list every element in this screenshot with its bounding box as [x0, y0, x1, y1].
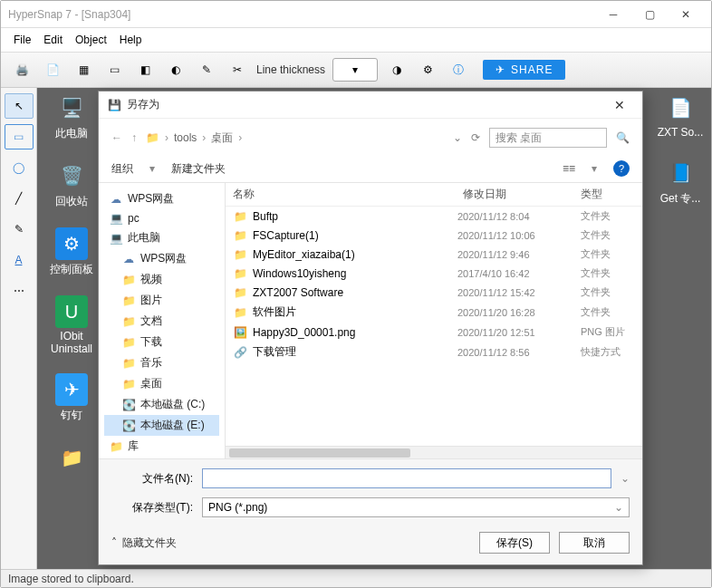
- menu-edit[interactable]: Edit: [43, 34, 63, 46]
- folder-icon: 📁: [122, 378, 135, 390]
- maximize-button[interactable]: ▢: [631, 2, 668, 27]
- chevron-down-icon[interactable]: ⌄: [453, 131, 462, 144]
- line-tool[interactable]: ╱: [5, 186, 34, 211]
- menu-help[interactable]: Help: [120, 34, 142, 46]
- tree-item[interactable]: 📁桌面: [104, 373, 219, 394]
- desktop-mycomputer[interactable]: 🖥️此电脑: [46, 92, 97, 141]
- desktop-controlpanel[interactable]: ⚙控制面板: [46, 227, 97, 277]
- tree-item[interactable]: 💻此电脑: [104, 227, 219, 248]
- view-mode-button[interactable]: ≡≡: [563, 162, 575, 175]
- pencil-tool[interactable]: ✎: [5, 217, 34, 242]
- folder-icon: 📁: [122, 357, 135, 370]
- info-icon[interactable]: ⓘ: [447, 58, 470, 82]
- nav-up-icon[interactable]: ↑: [131, 131, 137, 144]
- folder-icon: 📁: [146, 131, 159, 144]
- color-icon[interactable]: ◑: [385, 58, 409, 82]
- ellipse-tool[interactable]: ◯: [5, 155, 34, 180]
- settings-icon[interactable]: ⚙: [416, 58, 439, 82]
- help-icon[interactable]: ?: [613, 160, 630, 177]
- desktop-zxt[interactable]: 📄ZXT So...: [655, 92, 706, 139]
- list-item[interactable]: 📁MyEditor_xiazaiba(1)2020/11/12 9:46文件夹: [226, 245, 642, 264]
- cursor-tool[interactable]: ↖: [5, 93, 34, 119]
- col-date[interactable]: 修改日期: [463, 187, 581, 202]
- filetype-select[interactable]: PNG (*.png) ⌄: [202, 497, 630, 517]
- tool-icon-5[interactable]: ◧: [133, 58, 157, 82]
- line-thickness-select[interactable]: ▾: [332, 58, 378, 82]
- list-item[interactable]: 📁FSCapture(1)2020/11/12 10:06文件夹: [226, 226, 642, 245]
- tree-item[interactable]: ☁WPS网盘: [104, 248, 219, 269]
- dialog-title: 另存为: [127, 97, 606, 112]
- desktop-folder[interactable]: 📁: [46, 441, 97, 474]
- scrollbar-thumb[interactable]: [229, 448, 410, 458]
- tree-item[interactable]: ☁WPS网盘: [104, 188, 219, 209]
- folder-icon: 📁: [122, 294, 135, 307]
- list-header: 名称 修改日期 类型: [226, 183, 642, 207]
- tool-icon-6[interactable]: ◐: [164, 58, 188, 82]
- desktop-recyclebin[interactable]: 🗑️回收站: [46, 159, 97, 209]
- menu-file[interactable]: File: [14, 34, 31, 46]
- tool-icon-3[interactable]: ▦: [72, 58, 95, 82]
- more-tool[interactable]: ⋯: [5, 278, 34, 304]
- breadcrumb[interactable]: 📁 tools 桌面: [146, 130, 444, 146]
- list-item[interactable]: 📁ZXT2007 Software2020/11/12 15:42文件夹: [226, 283, 642, 302]
- list-item[interactable]: 📁Windows10yisheng2017/4/10 16:42文件夹: [226, 264, 642, 283]
- print-icon[interactable]: 🖨️: [10, 58, 34, 82]
- desktop-icons-right: 📄ZXT So... 📘Get 专...: [655, 92, 706, 207]
- tree-item[interactable]: 💽本地磁盘 (C:): [104, 394, 219, 415]
- dialog-buttons: ˄ 隐藏文件夹 保存(S) 取消: [99, 523, 642, 564]
- brush-icon[interactable]: ✎: [195, 58, 218, 82]
- desktop-icons-left: 🖥️此电脑 🗑️回收站 ⚙控制面板 UIObit Uninstall ✈钉钉 📁: [46, 92, 97, 474]
- search-input[interactable]: 搜索 桌面: [489, 128, 607, 148]
- desktop-dingtalk[interactable]: ✈钉钉: [46, 373, 97, 423]
- list-item[interactable]: 🖼️Happy3D_00001.png2020/11/20 12:51PNG 图…: [226, 323, 642, 342]
- desktop-iobit[interactable]: UIObit Uninstall: [46, 295, 97, 355]
- app-icon: 🔗: [233, 346, 247, 359]
- tree-item[interactable]: 📁文档: [104, 311, 219, 332]
- folder-icon: 📁: [233, 248, 247, 261]
- tree-item[interactable]: 📁视频: [104, 269, 219, 290]
- hide-folders-toggle[interactable]: ˄ 隐藏文件夹: [111, 535, 177, 551]
- rect-tool[interactable]: ▭: [5, 124, 34, 149]
- dialog-close-button[interactable]: ✕: [606, 98, 633, 112]
- tree-item[interactable]: 📁音乐: [104, 352, 219, 373]
- dialog-toolbar: 组织 ▾ 新建文件夹 ≡≡ ▾ ?: [99, 157, 642, 182]
- list-item[interactable]: 📁Buftp2020/11/12 8:04文件夹: [226, 207, 642, 226]
- col-name[interactable]: 名称: [233, 187, 463, 202]
- tree-item[interactable]: 📁下载: [104, 332, 219, 352]
- save-button[interactable]: 保存(S): [479, 532, 550, 554]
- nav-back-icon[interactable]: ←: [111, 131, 122, 144]
- minimize-button[interactable]: ─: [595, 2, 631, 27]
- folder-icon: 📁: [233, 229, 247, 242]
- filename-dropdown-icon[interactable]: ⌄: [621, 472, 630, 485]
- filename-input[interactable]: [202, 468, 611, 488]
- search-icon[interactable]: 🔍: [616, 131, 630, 144]
- cancel-button[interactable]: 取消: [559, 532, 630, 554]
- new-folder-button[interactable]: 新建文件夹: [171, 161, 226, 177]
- dialog-titlebar: 💾 另存为 ✕: [99, 92, 642, 119]
- horizontal-scrollbar[interactable]: [226, 446, 642, 458]
- share-button[interactable]: ✈ SHARE: [483, 60, 565, 80]
- line-thickness-label: Line thickness: [256, 63, 325, 76]
- toolbar: 🖨️ 📄 ▦ ▭ ◧ ◐ ✎ ✂ Line thickness ▾ ◑ ⚙ ⓘ …: [1, 52, 711, 88]
- cloud-icon: ☁: [122, 253, 135, 265]
- menu-object[interactable]: Object: [75, 34, 107, 46]
- tree-item[interactable]: 💻pc: [104, 209, 219, 227]
- text-tool[interactable]: A: [5, 247, 34, 273]
- tree-item[interactable]: 📁图片: [104, 290, 219, 311]
- refresh-icon[interactable]: ⟳: [471, 131, 480, 144]
- titlebar: HyperSnap 7 - [Snap304] ─ ▢ ✕: [1, 1, 711, 28]
- tree-item[interactable]: 📁库: [104, 436, 219, 457]
- desktop-get[interactable]: 📘Get 专...: [655, 157, 706, 207]
- tool-icon-2[interactable]: 📄: [41, 58, 64, 82]
- organize-menu[interactable]: 组织: [111, 161, 133, 177]
- close-button[interactable]: ✕: [668, 2, 704, 27]
- save-dialog: 💾 另存为 ✕ ← ↑ 📁 tools 桌面 ⌄ ⟳ 搜索 桌面 🔍 组织 ▾ …: [98, 91, 643, 565]
- tree-item[interactable]: 💽本地磁盘 (E:): [104, 415, 219, 436]
- eraser-icon[interactable]: ✂: [226, 58, 249, 82]
- col-type[interactable]: 类型: [581, 187, 635, 202]
- dialog-nav: ← ↑ 📁 tools 桌面 ⌄ ⟳ 搜索 桌面 🔍: [99, 119, 642, 157]
- tool-icon-4[interactable]: ▭: [102, 58, 126, 82]
- menubar: File Edit Object Help: [1, 28, 711, 52]
- list-item[interactable]: 📁软件图片2020/11/20 16:28文件夹: [226, 302, 642, 323]
- list-item[interactable]: 🔗下载管理2020/11/12 8:56快捷方式: [226, 342, 642, 362]
